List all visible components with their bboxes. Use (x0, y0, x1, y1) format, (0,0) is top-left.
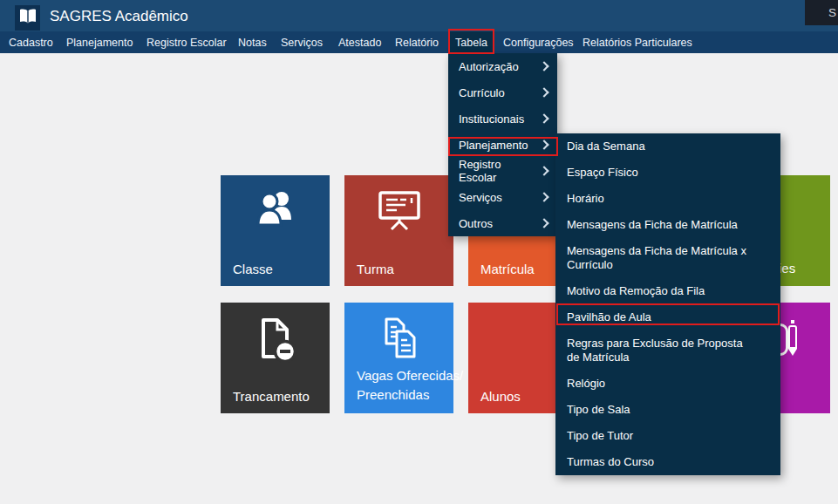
planejamento-submenu: Dia da Semana Espaço Físico Horário Mens… (555, 133, 780, 475)
document-minus-icon (221, 316, 330, 363)
menu-item-atestado[interactable]: Atestado (330, 31, 389, 53)
sagres-app-window: SAGRES Acadêmico S Cadastro Planejamento… (0, 0, 838, 504)
tile-turma[interactable]: Turma (344, 175, 453, 286)
tile-classe[interactable]: Classe (221, 175, 330, 286)
chevron-right-icon (539, 192, 548, 201)
menu-item-relatorio[interactable]: Relatório (387, 31, 446, 53)
submenu-item-mensagens-da-ficha-de-matricula[interactable]: Mensagens da Ficha de Matrícula (555, 212, 780, 238)
dropdown-item-outros[interactable]: Outros (448, 210, 557, 236)
chevron-right-icon (539, 113, 548, 123)
tabela-dropdown-menu: Autorização Currículo Institucionais Pla… (448, 53, 557, 236)
submenu-item-mensagens-da-ficha-de-matricula-x-curriculo[interactable]: Mensagens da Ficha de Matrícula x Curríc… (555, 238, 780, 278)
submenu-item-motivo-da-remocao-da-fila[interactable]: Motivo da Remoção da Fila (555, 278, 780, 304)
submenu-item-tipo-de-tutor[interactable]: Tipo de Tutor (555, 423, 780, 449)
submenu-item-espaco-fisico[interactable]: Espaço Físico (555, 160, 780, 186)
dropdown-item-curriculo[interactable]: Currículo (448, 79, 557, 106)
tile-label: Trancamento (233, 389, 310, 404)
tile-label: Classe (233, 262, 273, 276)
tile-label: ies (779, 261, 795, 276)
tile-label: Alunos (480, 389, 521, 404)
chevron-right-icon (539, 87, 548, 97)
submenu-item-horario[interactable]: Horário (555, 186, 780, 212)
chevron-right-icon (539, 61, 548, 71)
documents-icon (344, 316, 453, 363)
tile-label: Vagas Oferecidas/Preenchidas (357, 366, 463, 405)
menu-item-registro-escolar[interactable]: Registro Escolar (139, 31, 235, 53)
menu-bar: Cadastro Planejamento Registro Escolar N… (0, 31, 838, 53)
presentation-board-icon (344, 188, 453, 232)
menu-item-servicos[interactable]: Serviços (273, 31, 330, 53)
app-header: SAGRES Acadêmico S (0, 0, 838, 31)
menu-item-tabela[interactable]: Tabela (448, 31, 494, 53)
logout-button[interactable]: S (805, 0, 838, 25)
tile-label: Turma (357, 262, 394, 276)
dropdown-item-registro-escolar[interactable]: Registro Escolar (448, 158, 557, 184)
tile-trancamento[interactable]: Trancamento (221, 303, 330, 413)
submenu-item-pavilhao-de-aula[interactable]: Pavilhão de Aula (555, 304, 780, 330)
chevron-right-icon (539, 218, 548, 228)
submenu-item-relogio[interactable]: Relógio (555, 371, 780, 397)
users-icon (221, 188, 330, 230)
submenu-item-tipo-de-sala[interactable]: Tipo de Sala (555, 397, 780, 423)
chevron-right-icon (539, 166, 548, 175)
submenu-item-dia-da-semana[interactable]: Dia da Semana (555, 133, 780, 160)
menu-item-configuracoes[interactable]: Configurações (495, 31, 582, 53)
dropdown-item-institucionais[interactable]: Institucionais (448, 106, 557, 132)
dropdown-item-planejamento[interactable]: Planejamento (448, 132, 557, 158)
menu-item-relatorios-particulares[interactable]: Relatórios Particulares (575, 31, 700, 53)
app-logo (15, 5, 40, 31)
open-book-icon (18, 8, 37, 29)
submenu-item-regras-para-exclusao-de-proposta-de-matricula[interactable]: Regras para Exclusão de Proposta de Matr… (555, 330, 780, 371)
tile-label: Matrícula (480, 262, 535, 276)
menu-item-notas[interactable]: Notas (230, 31, 275, 53)
submenu-item-turmas-do-curso[interactable]: Turmas do Curso (555, 449, 780, 475)
dropdown-item-autorizacao[interactable]: Autorização (448, 53, 557, 79)
menu-item-cadastro[interactable]: Cadastro (1, 31, 61, 53)
app-title: SAGRES Acadêmico (50, 0, 188, 31)
tile-vagas-oferecidas[interactable]: Vagas Oferecidas/Preenchidas (344, 303, 453, 413)
dropdown-item-servicos[interactable]: Serviços (448, 184, 557, 210)
menu-item-planejamento[interactable]: Planejamento (58, 31, 140, 53)
chevron-right-icon (539, 140, 548, 149)
